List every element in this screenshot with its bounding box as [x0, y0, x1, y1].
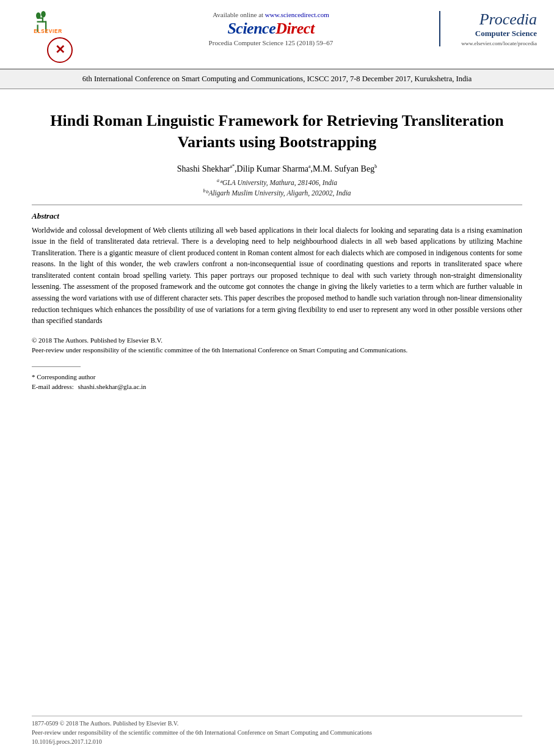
crossmark-logo: ✕: [46, 37, 73, 64]
header: ELSEVIER ✕ Available online at www.scien…: [0, 0, 554, 69]
available-online-text: Available online at www.sciencedirect.co…: [109, 11, 433, 18]
svg-text:✕: ✕: [55, 43, 65, 56]
svg-rect-4: [42, 18, 43, 23]
page: ELSEVIER ✕ Available online at www.scien…: [0, 0, 554, 756]
affiliation-a: aᵃGLA University, Mathura, 281406, India: [32, 178, 522, 187]
footer-divider: [32, 716, 522, 716]
footer-doi: 10.1016/j.procs.2017.12.010: [32, 737, 522, 746]
svg-point-6: [41, 11, 46, 18]
section-divider: [32, 205, 522, 205]
abstract-text: Worldwide and colossal development of We…: [32, 225, 522, 327]
conference-bar: 6th International Conference on Smart Co…: [0, 69, 554, 89]
sciencedirect-title: ScienceDirect: [109, 20, 433, 38]
email-line: E-mail address: shashi.shekhar@gla.ac.in: [32, 382, 522, 392]
footer-issn: 1877-0509 © 2018 The Authors. Published …: [32, 719, 522, 728]
header-right: Procedia Computer Science www.elsevier.c…: [439, 11, 537, 46]
procedia-title: Procedia: [446, 11, 537, 29]
elsevier-logo: ELSEVIER: [32, 11, 87, 33]
abstract-label: Abstract: [32, 211, 522, 221]
corresponding-author: * Corresponding author: [32, 372, 522, 382]
affiliation-b: bᵇAligarh Muslim University, Aligarh, 20…: [32, 188, 522, 197]
authors: Shashi Shekhara*,Dilip Kumar Sharmaa,M.M…: [32, 164, 522, 174]
header-center: Available online at www.sciencedirect.co…: [103, 11, 439, 46]
footnote: * Corresponding author E-mail address: s…: [32, 372, 522, 392]
paper-title: Hindi Roman Linguistic Framework for Ret…: [32, 110, 522, 153]
copyright-section: © 2018 The Authors. Published by Elsevie…: [32, 335, 522, 355]
header-logos: ELSEVIER ✕: [17, 11, 103, 64]
footnote-divider: [32, 366, 81, 367]
computer-science-label: Computer Science: [446, 29, 537, 38]
footer-peer-review: Peer-review under responsibility of the …: [32, 728, 522, 737]
svg-text:ELSEVIER: ELSEVIER: [34, 29, 62, 33]
svg-point-5: [36, 12, 41, 19]
main-content: Hindi Roman Linguistic Framework for Ret…: [0, 89, 554, 404]
sciencedirect-url[interactable]: www.sciencedirect.com: [265, 11, 329, 18]
conference-text: 6th International Conference on Smart Co…: [82, 75, 472, 83]
journal-info: Procedia Computer Science 125 (2018) 59–…: [109, 39, 433, 46]
elsevier-url: www.elsevier.com/locate/procedia: [446, 40, 537, 46]
footer: 1877-0509 © 2018 The Authors. Published …: [32, 716, 522, 746]
svg-rect-1: [37, 21, 46, 23]
